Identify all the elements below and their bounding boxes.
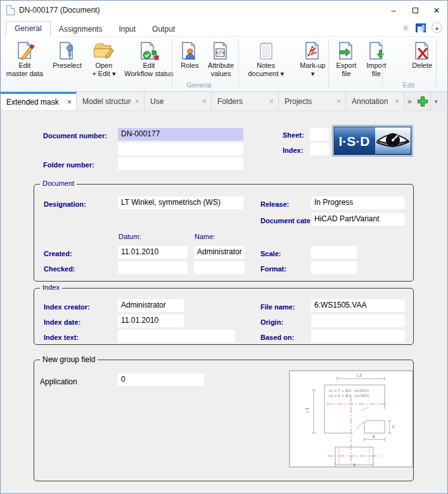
plus-icon — [417, 96, 428, 107]
delete-button[interactable]: Delete — [397, 39, 447, 70]
preview-dim-l2: L2 — [357, 373, 362, 378]
designation-label: Designation: — [44, 200, 86, 208]
mark-up-button[interactable]: Mark-up ▾ — [293, 39, 332, 78]
document-category-field[interactable]: HiCAD Part/Variant — [311, 213, 405, 226]
extended-mask-form: Document number: DN-000177 Folder number… — [1, 111, 447, 494]
preview-dim-b: B — [353, 462, 355, 467]
file-name-field[interactable]: 6:WS1505.VAA — [311, 299, 405, 312]
new-group-field-title: New group field — [40, 355, 98, 364]
ribbon-tab-assignments[interactable]: Assignments — [51, 22, 111, 37]
toolbar-separator — [238, 39, 239, 88]
index-date-field[interactable]: 11.01.2010 — [118, 315, 184, 327]
index-creator-field[interactable]: Administrator — [118, 299, 184, 312]
created-date-field[interactable]: 11.01.2010 — [118, 246, 188, 259]
import-file-button[interactable]: Import file — [361, 39, 392, 78]
ribbon-tab-general[interactable]: General — [6, 21, 51, 37]
export-file-button[interactable]: Export file — [332, 39, 361, 78]
window-controls: – ✕ — [383, 1, 447, 20]
checked-label: Checked: — [44, 265, 75, 273]
tab-annotation[interactable]: Annotation × — [346, 92, 404, 110]
roles-icon — [180, 40, 199, 62]
tab-use[interactable]: Use × — [144, 92, 212, 110]
svg-text:</>: </> — [215, 50, 225, 56]
index-date-label: Index date: — [44, 318, 80, 326]
tab-label: Extended mask — [6, 98, 59, 107]
tab-model-structure[interactable]: Model structure × — [77, 92, 144, 110]
release-field[interactable]: In Progress — [311, 197, 405, 209]
application-field[interactable]: 0 — [118, 374, 204, 386]
maximize-button[interactable] — [404, 1, 426, 20]
close-tab-icon[interactable]: × — [336, 97, 341, 106]
checked-name-field[interactable] — [194, 261, 245, 274]
button-label: Workflow status — [124, 70, 173, 78]
tab-overflow-button[interactable]: » — [404, 92, 415, 110]
scale-label: Scale: — [260, 250, 281, 257]
edit-workflow-status-button[interactable]: Edit Workflow status — [122, 39, 176, 78]
button-label: Preselect — [53, 62, 82, 70]
button-label: Roles — [181, 62, 198, 70]
tab-folders[interactable]: Folders × — [212, 92, 279, 110]
index-text-field[interactable] — [118, 330, 235, 342]
document-number-2-field[interactable] — [118, 143, 243, 155]
origin-field[interactable] — [311, 315, 405, 327]
close-tab-icon[interactable]: × — [67, 98, 72, 107]
button-label: Open — [95, 62, 112, 70]
ribbon-right-controls: ★ ▲ — [402, 22, 442, 33]
sheet-field[interactable] — [310, 128, 329, 141]
close-tab-icon[interactable]: × — [269, 97, 274, 106]
add-tab-button[interactable] — [415, 92, 430, 110]
tab-label: Model structure — [82, 97, 131, 106]
attribute-values-button[interactable]: </> Attribute values — [203, 39, 238, 78]
based-on-field[interactable] — [311, 330, 405, 342]
ribbon-tab-output[interactable]: Output — [144, 22, 183, 37]
notes-document-button[interactable]: Notes document ▾ — [238, 39, 293, 78]
favorite-star-icon[interactable]: ★ — [402, 23, 410, 32]
button-label: Edit — [18, 62, 30, 70]
minimize-button[interactable]: – — [383, 1, 404, 20]
name-column-header: Name: — [195, 233, 215, 240]
document-category-label: Document category: — [260, 217, 310, 224]
float-panel-icon[interactable] — [416, 23, 426, 32]
index-field[interactable] — [310, 143, 329, 155]
tab-extended-mask[interactable]: Extended mask × — [1, 92, 77, 110]
button-label: document ▾ — [248, 70, 284, 78]
toolbar-separator — [382, 39, 383, 88]
tab-projects[interactable]: Projects × — [279, 92, 346, 110]
isd-logo: I·S·D — [332, 125, 413, 159]
close-tab-icon[interactable]: × — [395, 97, 399, 106]
format-field[interactable] — [311, 261, 357, 274]
svg-text:I·S·D: I·S·D — [339, 134, 370, 148]
scale-field[interactable] — [311, 246, 357, 259]
maximize-icon — [413, 8, 418, 13]
close-tab-icon[interactable]: × — [202, 97, 207, 106]
button-label: values — [211, 70, 231, 78]
created-name-field[interactable]: Administrator — [194, 246, 245, 259]
application-label: Application — [40, 377, 77, 386]
preselect-button[interactable]: Preselect — [49, 39, 86, 70]
open-edit-icon — [93, 40, 115, 62]
close-tab-icon[interactable]: × — [135, 97, 139, 106]
button-label: ▾ — [311, 70, 315, 78]
folder-number-field[interactable] — [118, 157, 243, 170]
index-text-label: Index text: — [44, 334, 79, 341]
document-dialog-window: DN-000177 (Document) – ✕ General Assignm… — [0, 0, 448, 494]
toolbar-separator — [328, 39, 329, 88]
collapse-ribbon-button[interactable]: ▲ — [432, 22, 442, 33]
preview-dim-e: E — [373, 434, 375, 439]
button-label: Edit — [143, 62, 155, 70]
index-label: Index: — [283, 146, 303, 154]
close-button[interactable]: ✕ — [426, 1, 447, 20]
open-edit-button[interactable]: Open + Edit ▾ — [86, 39, 122, 78]
edit-master-data-button[interactable]: Edit master data — [1, 39, 49, 78]
checked-date-field[interactable] — [118, 261, 188, 274]
roles-button[interactable]: Roles — [176, 39, 204, 70]
button-label: Export — [336, 62, 357, 70]
release-label: Release: — [260, 200, 289, 208]
origin-label: Origin: — [260, 318, 283, 326]
mark-up-icon — [303, 40, 322, 62]
delete-icon — [413, 40, 432, 62]
tab-dropdown-button[interactable]: ▾ — [430, 92, 442, 110]
document-number-field[interactable]: DN-000177 — [118, 128, 243, 141]
ribbon-tab-input[interactable]: Input — [110, 22, 144, 37]
designation-field[interactable]: LT Winkel, symmetrisch (WS) — [118, 197, 243, 209]
